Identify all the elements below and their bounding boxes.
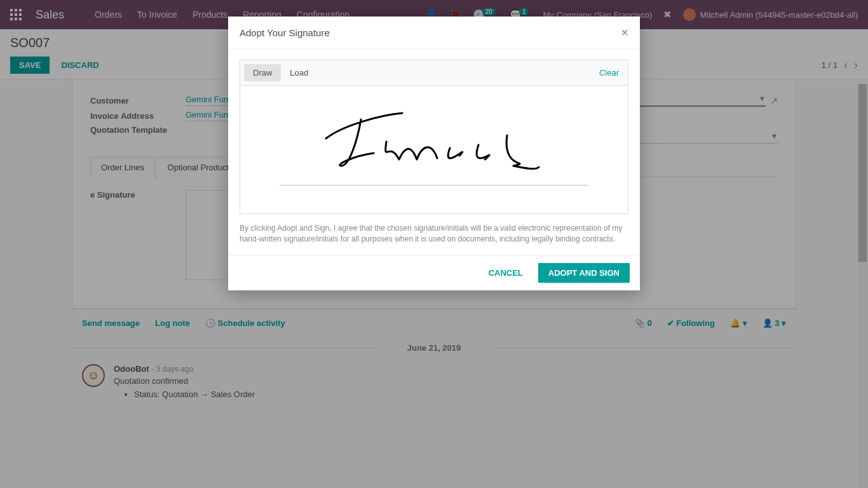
- modal-title: Adopt Your Signature: [240, 27, 330, 38]
- close-icon[interactable]: ×: [621, 25, 628, 40]
- cancel-button[interactable]: CANCEL: [480, 263, 532, 283]
- signature-baseline: [280, 185, 588, 186]
- signature-disclaimer: By clicking Adopt and Sign, I agree that…: [240, 223, 628, 245]
- signature-modal: Adopt Your Signature × Draw Load Clear B…: [228, 17, 640, 290]
- signature-stroke: [323, 110, 552, 180]
- clear-button[interactable]: Clear: [594, 64, 624, 81]
- tab-draw[interactable]: Draw: [244, 64, 281, 81]
- adopt-and-sign-button[interactable]: ADOPT AND SIGN: [538, 263, 630, 283]
- signature-canvas[interactable]: [240, 86, 628, 214]
- tab-load[interactable]: Load: [281, 64, 317, 81]
- signature-mode-toolbar: Draw Load Clear: [240, 60, 628, 86]
